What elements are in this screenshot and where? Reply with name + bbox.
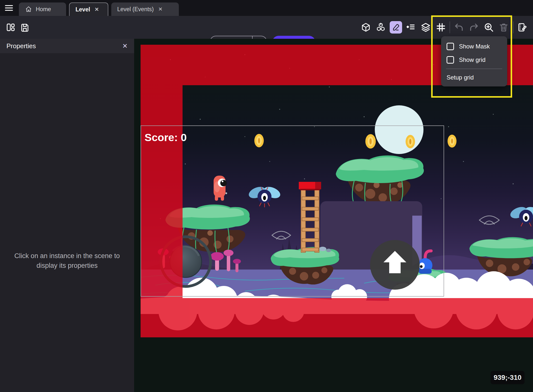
panels-icon [6, 22, 16, 32]
edit-tool-button[interactable] [390, 21, 402, 34]
show-mask-label: Show Mask [459, 43, 490, 50]
moon [375, 105, 423, 154]
grid-icon [436, 22, 446, 33]
tab-bar: Home Level ✕ Level (Events) ✕ [0, 0, 533, 16]
menu-item-setup-grid[interactable]: Setup grid [441, 71, 507, 84]
toolbar-separator [513, 21, 514, 33]
score-hud-text: Score: 0 [145, 131, 187, 143]
tab-level-close-icon[interactable]: ✕ [95, 6, 99, 12]
save-button[interactable] [19, 22, 31, 33]
menu-item-show-mask[interactable]: Show Mask [441, 40, 507, 53]
home-icon [25, 5, 32, 13]
show-grid-checkbox[interactable] [447, 56, 454, 64]
notebook-edit-icon [517, 22, 528, 33]
tab-level-events-close-icon[interactable]: ✕ [158, 6, 163, 12]
properties-panel-header: Properties ✕ [0, 39, 134, 53]
show-grid-label: Show grid [459, 56, 486, 63]
undo-button[interactable] [453, 22, 465, 33]
grid-options-button[interactable] [435, 22, 447, 33]
layers-button[interactable] [420, 22, 431, 33]
tab-level[interactable]: Level ✕ [69, 2, 108, 16]
properties-close-icon[interactable]: ✕ [122, 42, 128, 50]
hamburger-icon [4, 3, 14, 13]
show-mask-checkbox[interactable] [447, 43, 454, 50]
toolbar: Preview Publish [0, 16, 533, 39]
toggle-panels-button[interactable] [5, 22, 16, 33]
menu-item-show-grid[interactable]: Show grid [441, 53, 507, 67]
game-scene[interactable]: Score: 0 [141, 45, 533, 337]
tab-home[interactable]: Home [19, 2, 66, 16]
redo-icon [469, 22, 479, 33]
toolbar-separator [450, 21, 450, 33]
jump-button [370, 240, 420, 290]
grid-options-menu: Show Mask Show grid Setup grid [441, 36, 507, 86]
stacked-cubes-icon [376, 22, 386, 33]
properties-empty-hint: Click on an instance in the scene to dis… [10, 251, 124, 271]
save-icon [20, 22, 30, 32]
properties-panel: Properties ✕ Click on an instance in the… [0, 39, 134, 392]
zoom-in-button[interactable] [483, 22, 495, 33]
menu-divider [446, 69, 502, 69]
tab-level-label: Level [76, 6, 90, 13]
tab-level-events-label: Level (Events) [117, 6, 154, 13]
object-3d-button[interactable] [360, 22, 372, 33]
objects-list-button[interactable] [375, 22, 386, 33]
app-window: Home Level ✕ Level (Events) ✕ Preview [0, 0, 533, 392]
layers-icon [420, 22, 431, 33]
zoom-in-icon [484, 22, 494, 33]
tab-level-events[interactable]: Level (Events) ✕ [111, 2, 179, 16]
undo-icon [454, 22, 464, 33]
main-menu-button[interactable] [3, 3, 14, 13]
trash-icon [498, 22, 509, 33]
cube-3d-icon [361, 22, 371, 33]
pencil-icon [392, 23, 400, 32]
properties-panel-title: Properties [6, 42, 36, 50]
instance-list-icon [406, 22, 416, 33]
redo-button[interactable] [468, 22, 480, 33]
delete-button[interactable] [498, 22, 509, 33]
cursor-coordinates-badge: 939;-310 [491, 371, 525, 384]
tab-home-label: Home [36, 6, 51, 13]
edit-scene-events-button[interactable] [517, 22, 528, 33]
instances-list-button[interactable] [405, 22, 417, 33]
